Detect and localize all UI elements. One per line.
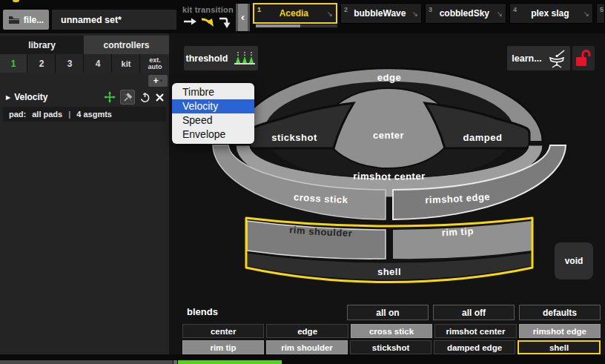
blends-defaults-button[interactable]: defaults	[519, 305, 601, 320]
blend-shell[interactable]: shell	[518, 340, 601, 354]
kit-tab-5[interactable]: 5	[596, 3, 605, 24]
void-button[interactable]: void	[555, 242, 593, 279]
collapse-left-button[interactable]: ‹	[236, 4, 250, 31]
plus-icon: +	[153, 76, 159, 86]
kit-transition-label: kit transition	[182, 5, 236, 14]
sidebar-hscrollbar[interactable]	[0, 360, 173, 364]
blends-grid: center edge cross stick rimshot center r…	[182, 324, 601, 354]
menu-item-velocity[interactable]: Velocity	[172, 99, 254, 113]
kit-tab-4[interactable]: 4 plex slag ↘	[509, 3, 593, 24]
kit-scrollbar[interactable]	[256, 24, 337, 27]
controller-tab-kit[interactable]: kit	[113, 54, 140, 73]
unlocked-padlock-icon	[575, 50, 592, 67]
file-button-label: file...	[24, 15, 44, 25]
blend-stickshot[interactable]: stickshot	[350, 340, 432, 354]
hook-down-arrow-icon	[219, 19, 231, 28]
hammer-icon	[122, 92, 133, 102]
blend-rimshot-center[interactable]: rimshot center	[434, 324, 516, 338]
blends-all-off-button[interactable]: all off	[433, 305, 515, 320]
kit-tab-name: Acedia	[261, 8, 327, 19]
velocity-panel-header[interactable]: ▶ Velocity	[0, 89, 169, 105]
learn-button[interactable]: learn...	[507, 46, 570, 70]
kit-jump-arrow-icon[interactable]: ↘	[583, 10, 589, 18]
curve-arrow-icon	[202, 19, 214, 27]
blend-damped-edge[interactable]: damped edge	[434, 340, 515, 354]
controller-tab-3[interactable]: 3	[56, 54, 84, 73]
lock-button[interactable]	[572, 46, 595, 70]
pad-assignment-row[interactable]: pad: all pads | 4 asgmts	[3, 107, 166, 122]
blend-center[interactable]: center	[182, 324, 264, 338]
kit-tab-3[interactable]: 3 cobbledSky ↘	[425, 3, 506, 24]
threshold-meter-icon	[234, 51, 256, 66]
folder-icon	[8, 16, 20, 24]
controller-tab-1[interactable]: 1	[0, 54, 27, 73]
kit-jump-arrow-icon[interactable]: ↘	[497, 10, 503, 18]
pad-value: all pads	[32, 110, 62, 119]
kit-tab-name: plex slag	[517, 8, 583, 19]
caret-down-icon: ▾	[160, 78, 163, 84]
blend-rim-shoulder[interactable]: rim shoulder	[266, 340, 348, 354]
controller-type-menu: Timbre Velocity Speed Envelope	[172, 83, 254, 144]
controller-tab-2[interactable]: 2	[28, 54, 56, 73]
file-button[interactable]: file...	[3, 10, 49, 30]
pad-asgmts: 4 asgmts	[76, 110, 112, 119]
blend-edge[interactable]: edge	[266, 324, 348, 338]
kit-tab-name: cobbledSky	[432, 8, 497, 19]
straight-arrow-icon	[184, 19, 196, 25]
power-icon[interactable]	[139, 92, 151, 103]
kit-jump-arrow-icon[interactable]: ↘	[327, 10, 333, 18]
controller-tab-ext-auto[interactable]: ext. auto	[141, 54, 169, 73]
blend-rimshot-edge[interactable]: rimshot edge	[519, 324, 601, 338]
kit-jump-arrow-icon[interactable]: ↘	[412, 10, 418, 18]
blends-all-on-button[interactable]: all on	[347, 305, 429, 320]
chevron-left-icon: ‹	[241, 10, 245, 23]
logo-sliver	[13, 0, 19, 2]
app-window: file... unnamed set* kit transition ‹ 1 …	[0, 0, 605, 364]
kit-transition-group: kit transition	[182, 5, 236, 32]
controller-tab-4[interactable]: 4	[85, 54, 112, 73]
menu-item-speed[interactable]: Speed	[172, 113, 254, 128]
drum-icon	[548, 49, 566, 68]
move-icon[interactable]	[104, 91, 116, 103]
close-icon[interactable]	[155, 93, 165, 102]
kit-tab-1[interactable]: 1 Acedia ↘	[253, 3, 337, 24]
blend-rim-tip[interactable]: rim tip	[182, 340, 264, 354]
set-name-field[interactable]: unnamed set*	[52, 10, 176, 30]
sidebar-hscrollbar-nub[interactable]	[173, 360, 177, 364]
mute-hammer-button[interactable]	[120, 90, 135, 105]
tab-library[interactable]: library	[0, 36, 84, 54]
menu-item-timbre[interactable]: Timbre	[172, 85, 254, 99]
blend-cross-stick[interactable]: cross stick	[351, 324, 432, 338]
threshold-button[interactable]: threshold	[184, 46, 258, 70]
kit-tab-2[interactable]: 2 bubbleWave ↘	[340, 3, 422, 24]
kit-tab-name: bubbleWave	[348, 8, 412, 19]
expander-triangle-icon[interactable]: ▶	[6, 94, 10, 101]
tab-controllers[interactable]: controllers	[84, 36, 169, 54]
add-controller-button[interactable]: + ▾	[148, 75, 168, 87]
panel-title: Velocity	[14, 92, 104, 102]
kit-scrollbar-thumb[interactable]	[256, 24, 300, 27]
kit-transition-arrows[interactable]	[182, 14, 234, 29]
blends-title: blends	[187, 306, 218, 317]
level-meter	[178, 360, 282, 364]
sidebar	[0, 33, 169, 354]
menu-item-envelope[interactable]: Envelope	[172, 128, 254, 142]
